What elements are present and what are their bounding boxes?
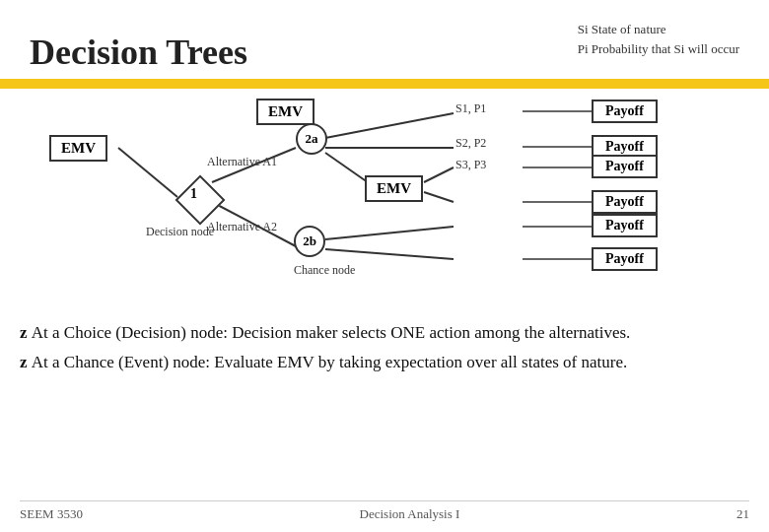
circle-2b: 2b bbox=[294, 226, 325, 257]
bullet-1-icon: z bbox=[20, 323, 32, 342]
footer-center: Decision Analysis I bbox=[360, 506, 460, 522]
decision-node-label: Decision node bbox=[146, 225, 214, 239]
node-1-label: 1 bbox=[190, 186, 197, 202]
emv-right-box: EMV bbox=[365, 175, 423, 202]
footer-right: 21 bbox=[736, 506, 749, 522]
bullets-container: z At a Choice (Decision) node: Decision … bbox=[20, 320, 749, 378]
bullet-2-icon: z bbox=[20, 353, 32, 371]
bullet-2-text: At a Chance (Event) node: Evaluate EMV b… bbox=[32, 353, 627, 371]
s2p2-label: S2, P2 bbox=[455, 136, 486, 151]
page-title: Decision Trees bbox=[30, 32, 247, 73]
s3p3-label: S3, P3 bbox=[455, 158, 486, 172]
bullet-1: z At a Choice (Decision) node: Decision … bbox=[20, 320, 749, 346]
payoff-4: Payoff bbox=[592, 190, 658, 214]
pi-label: Pi Probability that Si will occur bbox=[578, 39, 739, 59]
svg-line-6 bbox=[424, 167, 454, 182]
footer-left: SEEM 3530 bbox=[20, 506, 83, 522]
diamond-node bbox=[175, 175, 226, 226]
bullet-2: z At a Chance (Event) node: Evaluate EMV… bbox=[20, 350, 749, 375]
chance-node-label: Chance node bbox=[294, 263, 355, 278]
svg-line-9 bbox=[325, 249, 454, 259]
svg-line-8 bbox=[325, 227, 454, 239]
footer: SEEM 3530 Decision Analysis I 21 bbox=[20, 500, 749, 522]
alt-a2-label: Alternative A2 bbox=[207, 220, 277, 234]
diagram-area: EMV EMV 1 Alternative A1 2a EMV Alternat… bbox=[0, 94, 769, 310]
payoff-1: Payoff bbox=[592, 100, 658, 123]
emv-top-box: EMV bbox=[256, 99, 315, 125]
emv-left-box: EMV bbox=[49, 135, 107, 162]
circle-2a: 2a bbox=[296, 123, 327, 155]
payoff-6: Payoff bbox=[592, 247, 658, 271]
svg-line-7 bbox=[424, 192, 454, 202]
si-label: Si State of nature bbox=[578, 20, 739, 39]
alt-a1-label: Alternative A1 bbox=[207, 155, 277, 169]
s1p1-label: S1, P1 bbox=[455, 101, 486, 116]
svg-line-3 bbox=[325, 113, 454, 138]
header-labels: Si State of nature Pi Probability that S… bbox=[578, 20, 739, 58]
svg-line-0 bbox=[118, 148, 177, 197]
yellow-divider bbox=[0, 79, 769, 89]
payoff-5: Payoff bbox=[592, 214, 658, 237]
payoff-3: Payoff bbox=[592, 155, 658, 178]
bullet-1-text: At a Choice (Decision) node: Decision ma… bbox=[32, 323, 631, 342]
